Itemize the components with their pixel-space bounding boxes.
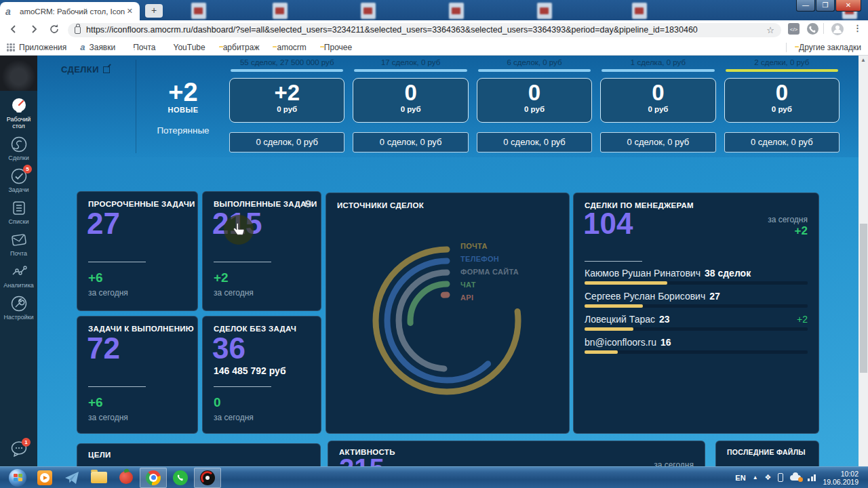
profile-avatar[interactable] [831,23,844,35]
stage-lost-box[interactable]: 0 сделок, 0 руб [477,132,592,152]
url-text[interactable]: https://iconfloors.amocrm.ru/dashboard/?… [86,25,766,35]
bookmark-star-icon[interactable]: ☆ [766,25,774,35]
ssl-lock-icon[interactable] [75,26,81,34]
sidebar-item-tasks[interactable]: 5 Задачи [0,167,37,193]
bookmark-label: YouTube [174,43,205,52]
bookmark-mail[interactable]: Почта [129,43,155,52]
sidebar-item-dashboard[interactable]: Рабочий стол [0,97,37,129]
legend-item[interactable]: ФОРМА САЙТА [460,268,519,276]
without-tasks-amount: 146 485 792 руб [214,365,286,376]
stage-lost-box[interactable]: 0 сделок, 0 руб [724,132,840,152]
sidebar-item-settings[interactable]: Настройки [0,295,37,321]
stage-summary: 2 сделки, 0 руб [724,58,840,66]
taskbar-chrome-icon[interactable] [140,468,167,488]
sidebar-item-deals[interactable]: Сделки [0,136,37,161]
bookmark-youtube[interactable]: YouTube [170,43,205,52]
bookmark-apps[interactable]: Приложения [7,43,66,52]
other-bookmarks[interactable]: Другие закладки [786,43,861,52]
manager-row[interactable]: Ловецкий Тарас 23 +2 [585,314,808,331]
sidebar-item-mail[interactable]: Почта [0,231,37,257]
stage-summary: 17 сделок, 0 руб [353,58,468,66]
legend-item[interactable]: ЧАТ [460,281,519,289]
widget-last-files[interactable]: ПОСЛЕДНИЕ ФАЙЛЫ [715,441,819,466]
taskbar-tomato-icon[interactable] [113,468,140,488]
legend-item[interactable]: ПОЧТА [460,242,519,250]
language-indicator[interactable]: EN [735,474,745,482]
stage-card[interactable]: 0 0 руб [600,78,715,123]
browser-tab[interactable]: a amoCRM: Рабочий стол, Icon ✕ [0,2,140,20]
sidebar-item-lists[interactable]: Списки [0,199,37,225]
stage-lost-box[interactable]: 0 сделок, 0 руб [229,132,344,152]
windows-taskbar: EN ▲ ❖ 10:02 19.06.2019 [0,466,868,488]
manager-bar-fill [585,327,633,331]
stage-card[interactable]: 0 0 руб [477,78,592,123]
account-photo[interactable] [0,56,37,91]
scrollbar-thumb[interactable] [860,224,867,373]
widget-goals[interactable]: ЦЕЛИ [77,443,321,466]
extension-code-icon[interactable]: </> [788,23,800,35]
delta-today: +6 [88,270,103,285]
window-maximize-button[interactable]: ❐ [816,0,835,12]
stage-lost-box[interactable]: 0 сделок, 0 руб [600,132,715,152]
widget-completed-tasks[interactable]: ВЫПОЛНЕННЫЕ ЗАДАЧИ ⚙ 215 +2 за сегодня [202,191,321,311]
cloud-sync-tray-icon[interactable] [790,475,801,481]
address-bar[interactable]: https://iconfloors.amocrm.ru/dashboard/?… [68,23,781,37]
taskbar-recorder-icon[interactable] [194,468,221,488]
desktop-pdf-icon[interactable] [632,3,647,19]
taskbar-clock[interactable]: 10:02 19.06.2019 [823,470,859,486]
widget-activity[interactable]: АКТИВНОСТЬ 215 за сегодня [328,441,705,466]
sidebar-item-analytics[interactable]: Аналитика [0,263,37,289]
tab-close-icon[interactable]: ✕ [125,7,134,16]
taskbar-explorer-icon[interactable] [85,468,113,488]
bookmark-folder-arbitrazh[interactable]: арбитраж [219,43,260,52]
widget-tasks-todo[interactable]: ЗАДАЧИ К ВЫПОЛНЕНИЮ 72 +6 за сегодня [77,316,198,434]
start-button[interactable] [4,468,31,488]
reload-button[interactable] [49,24,61,36]
bookmark-folder-amocrm[interactable]: amocrm [273,43,306,52]
taskbar-potplayer-icon[interactable] [31,468,58,488]
phone-tray-icon[interactable] [778,473,783,482]
desktop-pdf-icon[interactable] [361,3,376,19]
window-minimize-button[interactable]: — [796,0,815,12]
manager-row[interactable]: bn@iconfloors.ru 16 [585,337,808,354]
clock-time: 10:02 [823,470,859,478]
amocrm-favicon-icon: a [5,7,15,16]
back-button[interactable] [8,24,20,36]
pipeline-stage: 6 сделок, 0 руб 0 0 руб 0 сделок, 0 руб [477,58,592,152]
taskbar-telegram-icon[interactable] [58,468,85,488]
support-chat-button[interactable]: 1 [0,441,37,457]
stage-card[interactable]: 0 0 руб [353,78,468,123]
legend-item[interactable]: ТЕЛЕФОН [460,255,519,263]
scroll-up-arrow[interactable]: ▲ [859,56,868,65]
page-scrollbar[interactable]: ▲ [859,56,868,466]
taskbar-whatsapp-icon[interactable] [167,468,194,488]
tray-expand-icon[interactable]: ▲ [753,474,758,481]
bookmark-folder-prochee[interactable]: Прочее [320,43,352,52]
stage-lost-box[interactable]: 0 сделок, 0 руб [353,132,468,152]
dropbox-tray-icon[interactable]: ❖ [765,473,772,482]
desktop-pdf-icon[interactable] [537,3,552,19]
stage-card[interactable]: 0 0 руб [724,78,840,123]
widget-overdue-tasks[interactable]: ПРОСРОЧЕННЫЕ ЗАДАЧИ 27 +6 за сегодня [77,191,198,311]
deals-section-title[interactable]: СДЕЛКИ [61,64,110,75]
chrome-menu-icon[interactable]: ⋮ [853,23,862,33]
extension-phone-icon[interactable] [807,23,818,35]
widget-deals-by-managers[interactable]: СДЕЛКИ ПО МЕНЕДЖЕРАМ 104 за сегодня +2 К… [573,192,819,434]
bookmark-zayavki[interactable]: a Заявки [80,42,115,52]
stage-card[interactable]: +2 0 руб [229,78,344,123]
manager-row[interactable]: Сергеев Руслан Борисович 27 [585,291,808,308]
todo-count: 72 [87,331,120,365]
widget-deal-sources[interactable]: ИСТОЧНИКИ СДЕЛОК ПОЧТА ТЕЛЕФОН ФОРМА САЙ… [326,192,570,434]
new-tab-button[interactable]: + [145,4,163,18]
manager-row[interactable]: Каюмов Рушан Ринатович 38 сделок [585,268,808,285]
divider [585,261,642,262]
desktop-pdf-icon[interactable] [273,3,288,19]
desktop-pdf-icon[interactable] [191,3,206,19]
forward-button[interactable] [28,24,41,36]
legend-item[interactable]: API [460,293,519,302]
window-close-button[interactable]: ✕ [835,0,861,12]
widget-settings-gear-icon[interactable]: ⚙ [304,198,313,210]
desktop-pdf-icon[interactable] [449,3,464,19]
widget-deals-without-tasks[interactable]: СДЕЛОК БЕЗ ЗАДАЧ 36 146 485 792 руб 0 за… [202,316,321,434]
network-signal-icon[interactable] [808,474,816,481]
